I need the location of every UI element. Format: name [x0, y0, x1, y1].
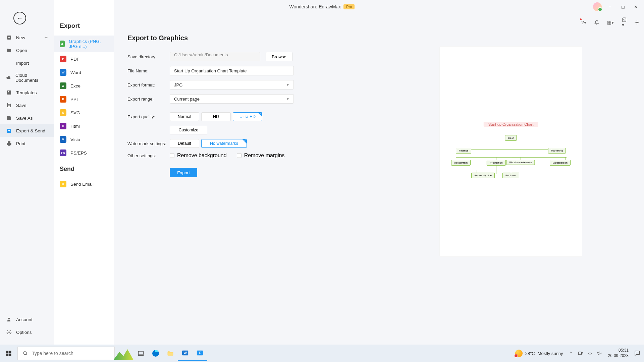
chart-node-engineer: Engineer: [502, 173, 519, 178]
start-button[interactable]: [0, 350, 17, 356]
nav-account[interactable]: Account: [0, 313, 54, 326]
chart-title: Start-up Organization Chart: [484, 122, 538, 127]
export-pseps[interactable]: PsPS/EPS: [54, 146, 114, 160]
mail-icon: ✉: [60, 181, 66, 187]
chevron-down-icon: ▼: [286, 83, 289, 87]
back-button[interactable]: ←: [13, 12, 26, 24]
page-title: Export to Graphics: [127, 34, 631, 42]
nav-new[interactable]: New +: [0, 31, 54, 44]
export-heading: Export: [54, 0, 114, 36]
nav-export-send[interactable]: Export & Send: [0, 124, 54, 137]
quality-normal[interactable]: Normal: [170, 112, 199, 121]
nav-print-label: Print: [16, 141, 25, 146]
main-panel: Export to Graphics Save directory: C:/Us…: [114, 0, 644, 345]
nav-open-label: Open: [16, 48, 27, 53]
explorer-icon[interactable]: [163, 346, 178, 361]
export-range-dropdown[interactable]: Current page▼: [170, 94, 294, 104]
sun-icon: [515, 350, 523, 357]
export-html-label: Html: [70, 124, 80, 129]
checkbox-icon: [170, 153, 174, 158]
customize-button[interactable]: Customize: [170, 126, 207, 134]
ppt-icon: P: [60, 96, 66, 103]
svg-rect-11: [9, 351, 11, 353]
export-graphics[interactable]: ◈ Graphics (PNG, JPG e...): [54, 36, 114, 52]
svg-rect-2: [7, 90, 11, 95]
export-word[interactable]: WWord: [54, 66, 114, 79]
file-name-input[interactable]: [170, 66, 294, 75]
nav-options[interactable]: Options: [0, 326, 54, 339]
search-decoration: [113, 347, 133, 360]
remove-margins-label: Remove margins: [244, 153, 285, 159]
nav-save-as[interactable]: Save As: [0, 112, 54, 124]
task-view-icon[interactable]: [133, 346, 148, 361]
nav-cloud-documents[interactable]: Cloud Documents: [0, 69, 54, 86]
ps-icon: Ps: [60, 149, 66, 156]
export-format-label: Export format:: [127, 82, 170, 87]
quality-ultra-hd[interactable]: Ultra HD: [233, 112, 262, 121]
wifi-icon[interactable]: [586, 347, 594, 360]
nav-templates-label: Templates: [16, 90, 37, 95]
nav-cloud-label: Cloud Documents: [15, 73, 48, 83]
browse-button[interactable]: Browse: [266, 52, 292, 61]
remove-margins-checkbox[interactable]: Remove margins: [237, 153, 285, 159]
nav-save[interactable]: Save: [0, 99, 54, 112]
word-icon[interactable]: W: [178, 346, 193, 361]
quality-hd[interactable]: HD: [201, 112, 231, 121]
nav-import[interactable]: Import: [0, 57, 54, 69]
meet-now-icon[interactable]: [577, 347, 585, 360]
add-icon[interactable]: +: [45, 35, 48, 41]
save-directory-field: C:/Users/Admin/Documents: [170, 52, 260, 61]
export-pdf[interactable]: PPDF: [54, 52, 114, 66]
export-excel[interactable]: XExcel: [54, 79, 114, 93]
svg-icon: S: [60, 109, 66, 116]
export-svg[interactable]: SSVG: [54, 106, 114, 119]
search-placeholder: Type here to search: [32, 351, 73, 356]
templates-icon: [6, 89, 12, 96]
pdf-icon: P: [60, 56, 66, 62]
send-email[interactable]: ✉Send Email: [54, 177, 114, 191]
nav-templates[interactable]: Templates: [0, 86, 54, 99]
plus-icon: [6, 35, 12, 41]
volume-icon[interactable]: [595, 347, 603, 360]
watermark-default[interactable]: Default: [170, 139, 199, 148]
remove-background-checkbox[interactable]: Remove background: [170, 153, 227, 159]
taskbar: Type here to search W E 28°C Mostly sunn…: [0, 345, 644, 362]
svg-point-9: [8, 331, 10, 333]
export-icon: [6, 128, 12, 134]
weather-desc: Mostly sunny: [538, 351, 563, 356]
weather-widget[interactable]: 28°C Mostly sunny: [515, 350, 563, 357]
taskbar-search[interactable]: Type here to search: [17, 347, 115, 360]
watermark-label: Watermark settings:: [127, 141, 170, 146]
nav-saveas-label: Save As: [16, 116, 33, 121]
nav-open[interactable]: Open: [0, 44, 54, 57]
svg-rect-5: [8, 103, 10, 104]
svg-rect-15: [139, 351, 144, 355]
cloud-icon: [6, 75, 11, 81]
export-button[interactable]: Export: [170, 168, 197, 177]
watermark-none[interactable]: No watermarks: [201, 139, 247, 148]
svg-text:E: E: [199, 351, 201, 355]
send-email-label: Send Email: [70, 182, 94, 187]
export-quality-label: Export quality:: [127, 114, 170, 119]
export-excel-label: Excel: [70, 83, 82, 88]
visio-icon: V: [60, 136, 66, 143]
saveas-icon: [6, 115, 12, 121]
nav-print[interactable]: Print: [0, 137, 54, 150]
edge-icon[interactable]: [148, 346, 163, 361]
nav-options-label: Options: [16, 330, 32, 335]
export-visio[interactable]: VVisio: [54, 133, 114, 146]
clock[interactable]: 05:31 26-09-2023: [605, 348, 632, 358]
tray-chevron-up-icon[interactable]: ˄: [567, 347, 575, 360]
nav-new-label: New: [16, 35, 25, 40]
send-heading: Send: [54, 160, 114, 177]
edrawmax-icon[interactable]: E: [193, 346, 207, 361]
export-ppt[interactable]: PPPT: [54, 93, 114, 106]
chart-node-salesperson: Salesperson: [550, 160, 571, 166]
notifications-icon[interactable]: [633, 347, 641, 360]
export-pseps-label: PS/EPS: [70, 150, 87, 156]
export-format-dropdown[interactable]: JPG▼: [170, 80, 294, 89]
svg-rect-10: [6, 351, 9, 353]
export-html[interactable]: HHtml: [54, 119, 114, 133]
chart-node-assembly: Assembly Line: [471, 173, 495, 178]
nav-export-label: Export & Send: [16, 128, 45, 133]
